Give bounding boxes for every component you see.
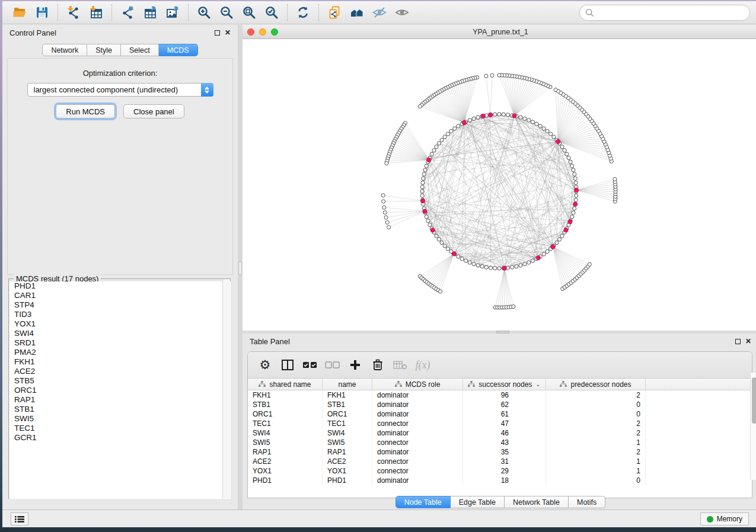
mcds-result-item[interactable]: YOX1 (9, 319, 231, 329)
float-table-panel-icon[interactable] (735, 339, 741, 344)
network-overview-button[interactable] (346, 3, 368, 22)
table-row[interactable]: RAP1RAP1dominator352 (248, 447, 752, 457)
cell-MCDS-role[interactable]: dominator (372, 409, 463, 419)
memory-button[interactable]: Memory (700, 512, 749, 525)
cell-successor-nodes[interactable]: 35 (463, 447, 546, 457)
select-all-checkboxes-icon[interactable] (300, 355, 320, 374)
table-row[interactable]: SWI5SWI5connector431 (248, 438, 752, 447)
table-scrollbar[interactable] (750, 373, 756, 480)
cell-name[interactable]: YOX1 (323, 466, 372, 476)
cell-MCDS-role[interactable]: dominator (372, 476, 463, 485)
add-column-plus-icon[interactable] (345, 355, 365, 374)
column-header-shared-name[interactable]: shared name (248, 379, 323, 390)
cell-MCDS-role[interactable]: dominator (372, 400, 463, 409)
cell-name[interactable]: SWI5 (323, 438, 372, 447)
cell-name[interactable]: RAP1 (323, 447, 372, 457)
cell-predecessor-nodes[interactable]: 1 (546, 457, 646, 466)
cell-shared-name[interactable]: PHD1 (248, 476, 323, 485)
table-row[interactable]: TEC1TEC1connector472 (248, 419, 752, 428)
close-panel-button[interactable]: Close panel (123, 104, 184, 118)
tab-node-table[interactable]: Node Table (395, 496, 451, 508)
close-table-panel-icon[interactable]: ✕ (745, 338, 751, 345)
mcds-result-item[interactable]: PHD1 (9, 281, 231, 291)
cell-shared-name[interactable]: ORC1 (248, 409, 323, 419)
panel-menu-button[interactable] (11, 512, 28, 525)
network-graph[interactable] (243, 39, 756, 331)
show-all-eye-button[interactable] (391, 3, 413, 22)
table-row[interactable]: YOX1YOX1connector291 (248, 466, 752, 476)
vertical-splitter-handle[interactable] (238, 262, 242, 275)
table-scrollbar-thumb[interactable] (752, 377, 756, 424)
mcds-result-item[interactable]: ORC1 (9, 386, 231, 395)
cell-successor-nodes[interactable]: 61 (463, 409, 546, 419)
close-panel-icon[interactable]: ✕ (225, 29, 231, 36)
cell-name[interactable]: FKH1 (323, 390, 372, 400)
zoom-selected-button[interactable] (260, 3, 283, 22)
import-table-button[interactable] (85, 3, 107, 22)
mcds-result-item[interactable]: TEC1 (9, 424, 231, 433)
network-canvas[interactable] (243, 39, 756, 331)
cell-name[interactable]: PHD1 (323, 476, 372, 485)
cell-predecessor-nodes[interactable]: 2 (546, 428, 646, 438)
cell-shared-name[interactable]: FKH1 (248, 390, 323, 400)
column-layout-icon[interactable] (277, 355, 298, 374)
column-header-MCDS-role[interactable]: MCDS role (372, 379, 463, 390)
mcds-result-item[interactable]: STB1 (9, 405, 231, 414)
mcds-result-item[interactable]: RAP1 (9, 395, 231, 405)
cell-shared-name[interactable]: SWI5 (248, 438, 323, 447)
open-session-button[interactable] (8, 3, 31, 22)
mcds-result-item[interactable]: CAR1 (9, 291, 231, 300)
cell-shared-name[interactable]: RAP1 (248, 447, 323, 457)
tab-select[interactable]: Select (121, 44, 159, 56)
column-menu-icon[interactable]: ⌄ (535, 381, 540, 387)
mcds-result-item[interactable]: SRD1 (9, 338, 231, 348)
cell-MCDS-role[interactable]: connector (372, 419, 463, 428)
mcds-result-item[interactable]: GCR1 (9, 433, 231, 443)
export-table-button[interactable] (139, 3, 161, 22)
cell-predecessor-nodes[interactable]: 2 (546, 390, 646, 400)
mcds-result-item[interactable]: STP4 (9, 300, 231, 310)
cell-MCDS-role[interactable]: dominator (372, 390, 463, 400)
cell-successor-nodes[interactable]: 46 (463, 428, 546, 438)
hidden-elements-eye-button[interactable] (368, 3, 391, 22)
tab-style[interactable]: Style (87, 44, 121, 56)
table-row[interactable]: ORC1ORC1dominator610 (248, 409, 752, 419)
cell-successor-nodes[interactable]: 62 (463, 400, 546, 409)
search-box[interactable] (579, 5, 750, 21)
cell-name[interactable]: ACE2 (323, 457, 372, 466)
cell-successor-nodes[interactable]: 96 (463, 390, 546, 400)
cell-shared-name[interactable]: STB1 (248, 400, 323, 409)
mcds-result-scrollbar[interactable] (222, 279, 230, 498)
mcds-result-list[interactable]: PHD1CAR1STP4TID3YOX1SWI4SRD1PMA2FKH1ACE2… (9, 281, 231, 499)
cell-shared-name[interactable]: YOX1 (248, 466, 323, 476)
cell-predecessor-nodes[interactable]: 2 (546, 419, 646, 428)
mcds-result-item[interactable]: STB5 (9, 376, 231, 386)
tab-network[interactable]: Network (42, 44, 87, 56)
tab-edge-table[interactable]: Edge Table (451, 496, 505, 508)
cell-MCDS-role[interactable]: dominator (372, 447, 463, 457)
table-row[interactable]: STB1STB1dominator620 (248, 400, 752, 409)
mcds-result-item[interactable]: SWI5 (9, 414, 231, 424)
tab-network-table[interactable]: Network Table (505, 496, 569, 508)
mcds-result-item[interactable]: PMA2 (9, 348, 231, 357)
run-mcds-button[interactable]: Run MCDS (56, 104, 115, 118)
cell-name[interactable]: TEC1 (323, 419, 372, 428)
cell-predecessor-nodes[interactable]: 2 (546, 447, 646, 457)
table-options-gear-icon[interactable]: ⚙ (255, 355, 275, 374)
cell-name[interactable]: ORC1 (323, 409, 372, 419)
table-row[interactable]: SWI4SWI4dominator462 (248, 428, 752, 438)
cell-shared-name[interactable]: SWI4 (248, 428, 323, 438)
zoom-out-button[interactable] (215, 3, 238, 22)
delete-column-trash-icon[interactable] (368, 355, 388, 374)
deselect-all-checkboxes-icon[interactable] (323, 355, 343, 374)
search-input[interactable] (594, 8, 744, 17)
cell-MCDS-role[interactable]: connector (372, 457, 463, 466)
column-header-name[interactable]: name (323, 379, 372, 390)
cell-MCDS-role[interactable]: connector (372, 438, 463, 447)
cell-successor-nodes[interactable]: 29 (463, 466, 546, 476)
vertical-splitter[interactable] (238, 25, 243, 509)
column-header-successor-nodes[interactable]: successor nodes⌄ (463, 379, 546, 390)
float-panel-icon[interactable] (215, 30, 220, 36)
tab-mcds[interactable]: MCDS (159, 44, 198, 56)
cell-successor-nodes[interactable]: 31 (463, 457, 546, 466)
